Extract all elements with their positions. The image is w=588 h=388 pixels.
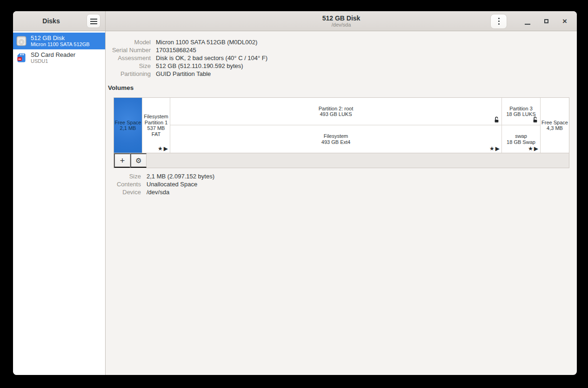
info-label: Serial Number xyxy=(106,47,151,54)
volume-status-icons: ★ ▶ xyxy=(488,146,500,152)
volume-partition2: Partition 2: root 493 GB LUKS xyxy=(170,98,502,153)
info-label: Assessment xyxy=(106,54,151,61)
info-value: GUID Partition Table xyxy=(156,70,211,77)
volume-free-space-left: Free Space 2,1 MB xyxy=(114,98,142,153)
sidebar-item-title: 512 GB Disk xyxy=(31,34,90,41)
play-icon: ▶ xyxy=(495,146,500,152)
info-label: Size xyxy=(106,62,151,69)
info-row-device: Device /dev/sda xyxy=(106,189,577,197)
volume-partition2-luks-cell[interactable]: Partition 2: root 493 GB LUKS xyxy=(170,98,501,125)
close-icon: × xyxy=(562,17,567,25)
volume-cell-line: 493 GB LUKS xyxy=(319,111,354,117)
volumes-diagram: Free Space 2,1 MB Filesystem Partition 1… xyxy=(114,97,569,153)
volume-status-icons: ★ ▶ xyxy=(527,146,538,152)
sidebar-item-sd-card-reader[interactable]: SD Card Reader USDU1 xyxy=(13,49,105,66)
volume-cell-line: Free Space xyxy=(115,120,141,126)
kebab-menu-icon xyxy=(498,20,500,22)
volume-cell-line: 18 GB Swap xyxy=(507,139,535,145)
window-title: 512 GB Disk xyxy=(322,14,361,22)
info-row-assessment: Assessment Disk is OK, 2 bad sectors (40… xyxy=(106,54,577,62)
volume-cell-line: 537 MB FAT xyxy=(142,125,170,137)
info-row-partitioning: Partitioning GUID Partition Table xyxy=(106,70,577,78)
volume-cell-line: 493 GB Ext4 xyxy=(321,139,350,145)
sidebar-header: Disks xyxy=(13,11,106,31)
sd-card-icon xyxy=(16,53,27,63)
play-icon: ▶ xyxy=(164,146,168,152)
window-subtitle: /dev/sda xyxy=(332,22,351,28)
volume-cell-line: Free Space xyxy=(541,120,568,126)
sidebar-item-title: SD Card Reader xyxy=(31,51,75,58)
header-main: 512 GB Disk /dev/sda × xyxy=(106,11,577,31)
volume-partition1-cell[interactable]: Filesystem Partition 1 537 MB FAT ★ ▶ xyxy=(142,98,170,153)
volume-cell-line: Partition 2: root xyxy=(319,106,354,112)
app-menu-button[interactable] xyxy=(87,14,100,28)
play-icon: ▶ xyxy=(534,146,538,152)
info-label: Partitioning xyxy=(106,70,151,77)
unlocked-padlock-icon xyxy=(533,116,538,123)
hard-disk-icon xyxy=(16,36,27,46)
info-row-serial-number: Serial Number 170315868245 xyxy=(106,47,577,54)
volume-partition1: Filesystem Partition 1 537 MB FAT ★ ▶ xyxy=(142,98,170,153)
star-icon: ★ xyxy=(158,146,163,152)
volume-cell-line: 4,3 MB xyxy=(541,125,568,131)
unlocked-padlock-icon xyxy=(494,116,499,123)
sidebar-item-text: 512 GB Disk Micron 1100 SATA 512GB xyxy=(31,34,90,48)
info-row-contents: Contents Unallocated Space xyxy=(106,181,577,189)
volume-options-button[interactable]: ⚙ xyxy=(130,153,147,168)
minimize-button[interactable] xyxy=(522,14,533,29)
info-label: Device xyxy=(106,189,141,196)
volume-partition3-luks-cell[interactable]: Partition 3 18 GB LUKS xyxy=(502,98,540,125)
volume-cell-line: swap xyxy=(507,133,535,139)
window-controls: × xyxy=(490,11,570,31)
maximize-button[interactable] xyxy=(541,14,552,29)
volume-cell-text: swap 18 GB Swap xyxy=(507,133,535,145)
info-value: Unallocated Space xyxy=(147,181,197,188)
gear-icon: ⚙ xyxy=(135,157,141,164)
star-icon: ★ xyxy=(489,146,494,152)
close-button[interactable]: × xyxy=(559,14,570,29)
volume-cell-line: 2,1 MB xyxy=(115,125,141,131)
volume-cell-text: Free Space 4,3 MB xyxy=(541,120,568,131)
volume-partition2-filesystem-cell[interactable]: Filesystem 493 GB Ext4 ★ ▶ xyxy=(170,125,501,153)
create-partition-button[interactable]: + xyxy=(114,153,130,168)
info-row-model: Model Micron 1100 SATA 512GB (M0DL002) xyxy=(106,39,577,47)
volume-free-space-right-cell[interactable]: Free Space 4,3 MB xyxy=(541,98,569,153)
volume-cell-line: Filesystem xyxy=(321,133,350,139)
drive-detail-pane: Model Micron 1100 SATA 512GB (M0DL002) S… xyxy=(106,31,577,375)
info-row-size: Size 512 GB (512.110.190.592 bytes) xyxy=(106,62,577,70)
device-sidebar: 512 GB Disk Micron 1100 SATA 512GB S xyxy=(13,31,106,375)
info-label: Model xyxy=(106,39,151,46)
volume-cell-text: Filesystem 493 GB Ext4 xyxy=(321,133,350,145)
app-title: Disks xyxy=(42,17,60,25)
volume-cell-line: Partition 3 xyxy=(507,106,536,112)
sidebar-item-subtitle: USDU1 xyxy=(31,58,75,64)
sidebar-item-subtitle: Micron 1100 SATA 512GB xyxy=(31,41,90,48)
info-label: Size xyxy=(106,173,141,180)
hamburger-icon xyxy=(90,19,97,20)
info-value: /dev/sda xyxy=(147,189,169,196)
volume-cell-text: Filesystem Partition 1 537 MB FAT xyxy=(142,114,170,137)
maximize-icon xyxy=(544,19,548,23)
volume-free-space-right: Free Space 4,3 MB xyxy=(541,98,569,153)
info-value: Micron 1100 SATA 512GB (M0DL002) xyxy=(156,39,257,46)
info-value: 170315868245 xyxy=(156,47,196,54)
sidebar-item-512gb-disk[interactable]: 512 GB Disk Micron 1100 SATA 512GB xyxy=(13,33,105,49)
star-icon: ★ xyxy=(528,146,533,152)
desktop-background: Disks 512 GB Disk /dev/sda xyxy=(0,0,588,388)
info-value: Disk is OK, 2 bad sectors (40° C / 104° … xyxy=(156,54,267,61)
volume-free-space-left-cell[interactable]: Free Space 2,1 MB xyxy=(114,98,142,153)
window-body: 512 GB Disk Micron 1100 SATA 512GB S xyxy=(13,31,577,375)
drive-options-menu-button[interactable] xyxy=(490,14,507,29)
volume-cell-text: Partition 3 18 GB LUKS xyxy=(507,106,536,117)
volumes-heading: Volumes xyxy=(108,84,577,92)
volume-partition3: Partition 3 18 GB LUKS xyxy=(502,98,541,153)
drive-info: Model Micron 1100 SATA 512GB (M0DL002) S… xyxy=(106,39,577,78)
gnome-disks-window: Disks 512 GB Disk /dev/sda xyxy=(13,11,577,375)
info-value: 512 GB (512.110.190.592 bytes) xyxy=(156,62,243,69)
volume-toolbar: + ⚙ xyxy=(114,153,569,168)
info-value: 2,1 MB (2.097.152 bytes) xyxy=(147,173,214,180)
volume-status-icons: ★ ▶ xyxy=(157,146,168,152)
volume-partition3-swap-cell[interactable]: swap 18 GB Swap ★ ▶ xyxy=(502,125,540,153)
info-row-size: Size 2,1 MB (2.097.152 bytes) xyxy=(106,173,577,181)
minimize-icon xyxy=(525,24,530,25)
